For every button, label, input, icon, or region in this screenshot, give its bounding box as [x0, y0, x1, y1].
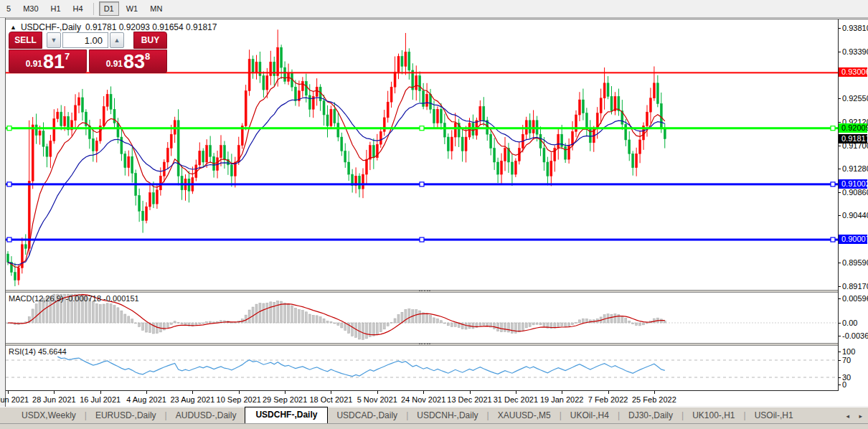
- macd-histogram-bar: [301, 311, 303, 323]
- volume-input[interactable]: [62, 32, 108, 48]
- date-axis-tick: [562, 391, 562, 394]
- macd-histogram-bar: [575, 323, 577, 324]
- candle: [419, 76, 421, 91]
- candle: [202, 151, 204, 162]
- sell-button[interactable]: SELL: [9, 32, 42, 49]
- candle: [365, 159, 367, 174]
- macd-histogram-bar: [156, 323, 158, 334]
- symbol-tab-usdcad[interactable]: USDCAD-,Daily: [328, 408, 406, 423]
- candle: [529, 121, 531, 133]
- rsi-line: [57, 357, 665, 376]
- macd-histogram-bar: [174, 321, 176, 323]
- candle: [32, 125, 34, 181]
- date-axis-label: 16 Jul 2021: [75, 395, 126, 404]
- macd-histogram-bar: [184, 323, 187, 325]
- buy-price-prefix: 0.91: [106, 59, 123, 69]
- tabs-scroll-left-icon[interactable]: ◂: [846, 412, 849, 420]
- date-axis-label: 19 Jan 2022: [537, 395, 587, 404]
- macd-histogram-bar: [206, 322, 208, 323]
- symbol-tab-usdx[interactable]: USDX,Weekly: [13, 408, 85, 423]
- candle: [270, 62, 272, 75]
- indicator-scale-label: 0.00: [842, 319, 857, 327]
- macd-histogram-bar: [518, 323, 520, 332]
- candle: [259, 62, 261, 75]
- symbol-tab-usoil[interactable]: USOil-,H1: [746, 408, 802, 423]
- symbol-tab-ukoil[interactable]: UKOil-,H4: [562, 408, 618, 423]
- candle: [504, 148, 506, 161]
- macd-histogram-bar: [529, 323, 531, 326]
- line-handle[interactable]: [831, 237, 835, 242]
- line-handle[interactable]: [831, 126, 835, 131]
- symbol-tab-usdcnh[interactable]: USDCNH-,Daily: [408, 408, 486, 423]
- line-handle[interactable]: [420, 237, 424, 242]
- timeframe-button-h1[interactable]: H1: [46, 1, 66, 16]
- timeframe-button-mn[interactable]: MN: [145, 1, 167, 16]
- candle: [273, 62, 275, 75]
- price-axis-tick: [839, 28, 841, 29]
- macd-histogram-bar: [341, 323, 343, 328]
- candle: [266, 76, 268, 90]
- symbol-tab-usdchf[interactable]: USDCHF-,Daily: [245, 407, 328, 423]
- date-axis-label: 24 Nov 2021: [398, 395, 448, 404]
- candle: [565, 146, 567, 159]
- price-level-badge: 0.91002: [839, 179, 867, 189]
- candle: [60, 112, 62, 126]
- macd-histogram-bar: [426, 314, 428, 323]
- candle: [138, 196, 141, 212]
- candle: [46, 146, 48, 156]
- candle: [625, 124, 627, 140]
- price-axis-label: 0.90440: [842, 211, 868, 220]
- line-handle[interactable]: [420, 126, 424, 131]
- candle: [277, 47, 279, 76]
- buy-price-display[interactable]: 0.91 83 8: [89, 50, 167, 73]
- volume-decrease-button[interactable]: ▼: [47, 32, 61, 48]
- line-handle[interactable]: [420, 182, 424, 187]
- line-handle[interactable]: [7, 126, 11, 131]
- line-handle[interactable]: [7, 182, 11, 187]
- price-level-badge: 0.90007: [839, 235, 867, 244]
- candle: [426, 94, 428, 106]
- tabs-scroll-right-icon[interactable]: ▸: [859, 412, 862, 420]
- candle: [294, 87, 296, 100]
- macd-histogram-bar: [263, 303, 265, 323]
- macd-histogram-bar: [639, 323, 641, 326]
- timeframe-button-h4[interactable]: H4: [68, 1, 88, 16]
- timeframe-button-5[interactable]: 5: [1, 1, 16, 16]
- line-handle[interactable]: [7, 237, 11, 242]
- macd-histogram-bar: [450, 323, 453, 326]
- candle: [664, 128, 666, 138]
- candle: [156, 190, 158, 204]
- window-bottom-edge: [0, 423, 868, 429]
- volume-increase-button[interactable]: ▲: [110, 32, 124, 48]
- candle: [450, 137, 453, 151]
- symbol-tab-eurusd[interactable]: EURUSD-,Daily: [87, 408, 165, 423]
- symbol-tab-xauusd[interactable]: XAUUSD-,M5: [489, 408, 560, 423]
- price-axis-tick: [839, 169, 841, 169]
- macd-histogram-bar: [465, 323, 467, 329]
- macd-histogram-bar: [582, 319, 584, 323]
- candle: [656, 83, 659, 104]
- macd-histogram-bar: [288, 303, 290, 323]
- timeframe-button-w1[interactable]: W1: [121, 1, 143, 16]
- collapse-panel-icon[interactable]: ▲: [10, 24, 16, 31]
- rsi-indicator-panel: [6, 346, 838, 390]
- candle: [639, 140, 641, 154]
- candle: [653, 83, 655, 98]
- symbol-tab-audusd[interactable]: AUDUSD-,Daily: [167, 408, 245, 423]
- date-axis-label: 13 Dec 2021: [445, 395, 495, 404]
- macd-histogram-bar: [166, 323, 169, 327]
- macd-histogram-bar: [454, 323, 456, 326]
- timeframe-button-d1[interactable]: D1: [99, 1, 119, 16]
- sell-price-display[interactable]: 0.91 81 7: [9, 50, 87, 73]
- candle: [397, 57, 400, 72]
- date-axis-label: 31 Dec 2021: [491, 395, 541, 404]
- date-axis-label: 4 Aug 2021: [121, 395, 171, 404]
- macd-histogram-bar: [447, 323, 449, 326]
- line-handle[interactable]: [831, 182, 835, 187]
- timeframe-button-m30[interactable]: M30: [18, 1, 43, 16]
- date-axis-tick: [423, 391, 424, 394]
- symbol-tab-uk100[interactable]: UK100-,H1: [684, 408, 743, 423]
- buy-button[interactable]: BUY: [133, 32, 167, 49]
- symbol-tab-dj30[interactable]: DJ30-,Daily: [620, 408, 681, 423]
- date-axis-tick: [654, 391, 655, 394]
